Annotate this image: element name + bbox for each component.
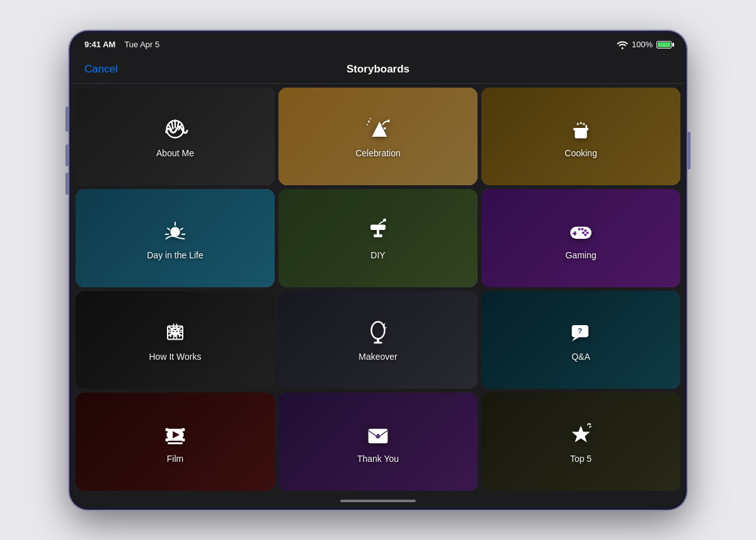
grid-item-how-it-works[interactable]: How It Works <box>76 291 275 389</box>
volume-down-button[interactable] <box>66 173 69 195</box>
sunrise-icon <box>160 216 190 246</box>
grid-item-day-in-life[interactable]: Day in the Life <box>76 189 275 287</box>
grid-label-how-it-works: How It Works <box>149 352 202 362</box>
svg-marker-30 <box>572 337 580 341</box>
storyboards-grid: About Me Celebration <box>72 84 684 495</box>
wave-icon <box>160 114 190 144</box>
status-bar: 9:41 AM Tue Apr 5 100% <box>72 33 684 56</box>
svg-rect-10 <box>370 224 386 230</box>
grid-item-makeover[interactable]: Makeover <box>278 291 478 389</box>
svg-point-43 <box>589 423 591 425</box>
status-date: Tue Apr 5 <box>124 40 159 49</box>
volume-up-button[interactable] <box>66 144 69 166</box>
svg-rect-6 <box>575 129 587 138</box>
svg-rect-36 <box>182 439 185 442</box>
lock-button[interactable] <box>687 132 690 169</box>
svg-point-26 <box>371 322 384 339</box>
svg-rect-38 <box>182 432 184 437</box>
grid-item-thank-you[interactable]: Thank You <box>278 393 478 491</box>
star-icon <box>566 420 596 450</box>
svg-point-9 <box>170 227 180 236</box>
svg-rect-35 <box>182 428 185 431</box>
svg-point-21 <box>578 227 581 230</box>
grid-label-gaming: Gaming <box>565 250 596 260</box>
svg-point-18 <box>587 231 589 234</box>
svg-rect-34 <box>166 439 169 442</box>
party-icon <box>363 114 393 144</box>
grid-item-gaming[interactable]: Gaming <box>481 189 680 287</box>
grid-item-top5[interactable]: Top 5 <box>481 393 680 491</box>
power-button[interactable] <box>66 106 69 132</box>
cooking-icon <box>566 114 596 144</box>
svg-rect-11 <box>377 230 379 234</box>
cancel-button[interactable]: Cancel <box>84 63 118 76</box>
grid-label-about-me: About Me <box>156 148 194 158</box>
roller-icon <box>363 216 393 246</box>
film-icon <box>160 420 190 450</box>
grid-label-day-in-life: Day in the Life <box>147 250 203 260</box>
svg-rect-28 <box>374 342 382 344</box>
tablet-screen: 9:41 AM Tue Apr 5 100% Cancel Storyboard… <box>72 33 684 507</box>
wifi-icon <box>617 40 628 49</box>
svg-rect-33 <box>166 428 169 431</box>
grid-label-cooking: Cooking <box>564 148 597 158</box>
gamepad-icon <box>566 216 596 246</box>
grid-label-celebration: Celebration <box>355 148 401 158</box>
mirror-icon <box>363 318 393 348</box>
svg-text:?: ? <box>578 327 582 335</box>
svg-rect-12 <box>374 234 382 238</box>
status-time: 9:41 AM <box>84 40 115 49</box>
svg-point-17 <box>584 229 587 232</box>
svg-point-20 <box>584 234 587 236</box>
svg-marker-42 <box>572 425 590 442</box>
grid-item-cooking[interactable]: Cooking <box>481 88 680 186</box>
nav-bar: Cancel Storyboards <box>72 56 684 84</box>
grid-label-diy: DIY <box>370 250 385 260</box>
battery-fill <box>658 42 670 47</box>
gears-icon <box>160 318 190 348</box>
svg-point-4 <box>367 124 368 125</box>
grid-label-film: Film <box>167 454 183 464</box>
grid-label-thank-you: Thank You <box>357 454 399 464</box>
grid-item-celebration[interactable]: Celebration <box>278 88 478 186</box>
status-left: 9:41 AM Tue Apr 5 <box>84 40 159 49</box>
grid-item-about-me[interactable]: About Me <box>76 88 275 186</box>
svg-rect-27 <box>377 338 379 343</box>
svg-rect-8 <box>585 125 587 130</box>
grid-label-top5: Top 5 <box>570 454 592 464</box>
svg-point-22 <box>581 227 583 230</box>
svg-rect-16 <box>573 233 577 234</box>
envelope-icon <box>363 420 393 450</box>
svg-rect-40 <box>168 442 183 444</box>
home-indicator <box>72 495 684 507</box>
tablet-device: 9:41 AM Tue Apr 5 100% Cancel Storyboard… <box>69 31 687 510</box>
svg-point-13 <box>383 219 386 222</box>
nav-title: Storyboards <box>346 63 410 76</box>
grid-label-qa: Q&A <box>571 352 590 362</box>
svg-point-2 <box>387 120 390 122</box>
svg-point-3 <box>368 121 370 123</box>
status-right: 100% <box>617 40 672 49</box>
home-bar <box>340 500 416 502</box>
qa-icon: ? <box>566 318 596 348</box>
grid-label-makeover: Makeover <box>358 352 397 362</box>
svg-point-19 <box>582 231 585 234</box>
svg-rect-37 <box>167 432 169 437</box>
grid-item-qa[interactable]: ? Q&A <box>481 291 680 389</box>
battery-percent: 100% <box>632 40 653 49</box>
grid-item-film[interactable]: Film <box>76 393 275 491</box>
svg-point-5 <box>370 118 371 119</box>
svg-marker-1 <box>372 122 387 137</box>
battery-icon <box>656 41 672 49</box>
grid-item-diy[interactable]: DIY <box>278 189 478 287</box>
